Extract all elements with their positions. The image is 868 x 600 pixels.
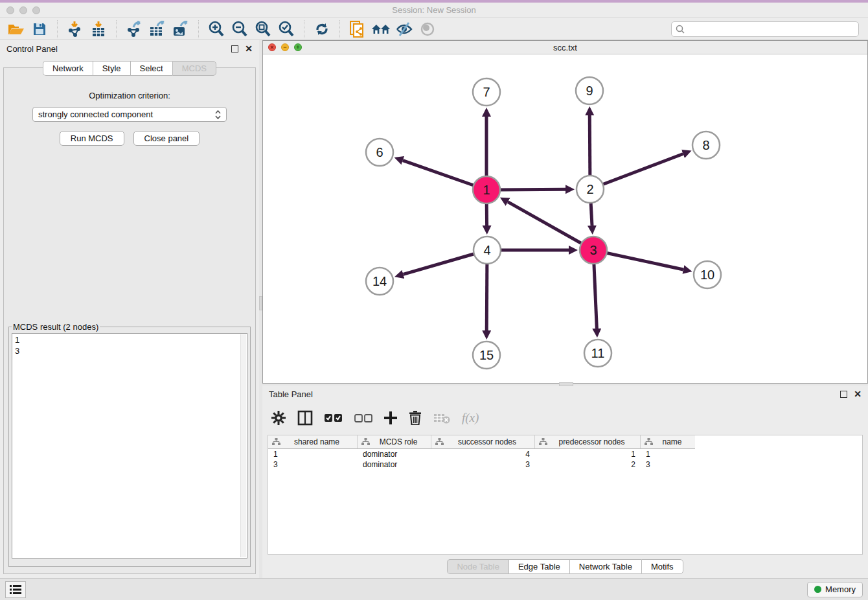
tab-style[interactable]: Style <box>93 61 130 76</box>
tab-node-table[interactable]: Node Table <box>447 559 508 574</box>
task-history-button[interactable] <box>5 581 26 598</box>
delete-column-button[interactable] <box>409 408 422 428</box>
zoom-out-icon <box>231 21 248 38</box>
clone-network-button[interactable] <box>348 20 367 38</box>
refresh-layout-button[interactable] <box>312 20 332 38</box>
tab-motifs[interactable]: Motifs <box>641 559 683 574</box>
graph-node-2[interactable]: 2 <box>577 176 604 203</box>
graph-node-3[interactable]: 3 <box>580 237 607 264</box>
table-cell[interactable]: 1 <box>641 449 695 459</box>
table-cell[interactable]: 3 <box>268 459 358 470</box>
graph-node-4[interactable]: 4 <box>474 237 501 264</box>
application-window: Session: New Session <box>0 0 868 600</box>
show-column-button[interactable] <box>297 408 313 428</box>
export-image-button[interactable] <box>171 20 190 38</box>
graph-node-14[interactable]: 14 <box>366 268 393 295</box>
zoom-selected-icon <box>278 21 295 38</box>
zoom-selected-button[interactable] <box>277 20 296 38</box>
tab-select[interactable]: Select <box>130 61 172 76</box>
column-header[interactable]: name <box>641 435 695 448</box>
table-settings-button[interactable] <box>271 408 286 428</box>
column-header[interactable]: successor nodes <box>431 435 535 448</box>
tab-mcds[interactable]: MCDS <box>172 61 216 76</box>
column-header[interactable]: shared name <box>268 435 358 448</box>
graph-edge-2-8[interactable] <box>590 154 683 189</box>
vertical-splitter[interactable] <box>259 40 262 578</box>
save-floppy-icon <box>32 22 47 36</box>
graph-node-10[interactable]: 10 <box>694 261 721 288</box>
table-cell[interactable]: dominator <box>358 459 431 470</box>
table-cell[interactable]: 1 <box>268 449 358 459</box>
table-cell[interactable]: 1 <box>535 449 641 459</box>
delete-table-button[interactable] <box>433 408 450 428</box>
zoom-out-button[interactable] <box>230 20 249 38</box>
toolbar-separator <box>198 20 199 38</box>
close-panel-icon[interactable]: ✕ <box>245 45 253 52</box>
mcds-result-text[interactable]: 1 3 <box>12 333 247 559</box>
tab-network[interactable]: Network <box>43 61 93 76</box>
trash-icon <box>409 411 422 425</box>
hide-selected-button[interactable] <box>394 20 414 38</box>
node-table[interactable]: shared nameMCDS rolesuccessor nodesprede… <box>268 435 863 555</box>
checked-boxes-icon <box>325 413 343 422</box>
select-all-button[interactable] <box>325 408 343 428</box>
table-row[interactable]: 1dominator411 <box>268 449 695 459</box>
add-column-button[interactable] <box>384 408 397 428</box>
svg-text:15: 15 <box>479 348 494 362</box>
zoom-fit-button[interactable] <box>253 20 273 38</box>
table-cell[interactable]: 2 <box>535 459 641 470</box>
toolbar-separator <box>304 20 304 38</box>
clone-network-icon <box>349 20 366 38</box>
column-header-label: predecessor nodes <box>547 437 640 446</box>
run-mcds-button[interactable]: Run MCDS <box>60 131 124 146</box>
function-builder-button[interactable]: f(x) <box>462 408 479 428</box>
graph-node-11[interactable]: 11 <box>584 340 611 367</box>
table-cell[interactable]: 3 <box>431 459 535 470</box>
horizontal-splitter[interactable] <box>262 384 868 386</box>
graph-node-15[interactable]: 15 <box>473 341 500 369</box>
splitter-grip[interactable] <box>259 296 262 310</box>
home-button[interactable] <box>371 20 391 38</box>
mcds-result-group: MCDS result (2 nodes) 1 3 <box>8 322 251 567</box>
result-scrollbar[interactable] <box>240 334 246 557</box>
graph-node-8[interactable]: 8 <box>692 132 720 159</box>
table-row[interactable]: 3dominator323 <box>268 459 695 470</box>
save-session-button[interactable] <box>30 20 49 38</box>
deselect-all-button[interactable] <box>354 408 372 428</box>
close-panel-icon[interactable]: ✕ <box>854 391 862 398</box>
right-area: × − + scc.txt 7968124314101511 <box>262 40 868 578</box>
splitter-grip[interactable] <box>559 382 573 386</box>
window-title: Session: New Session <box>0 5 868 15</box>
toolbar-separator <box>57 20 58 38</box>
import-table-button[interactable] <box>89 20 108 38</box>
table-cell[interactable]: 3 <box>641 459 695 470</box>
graph-node-7[interactable]: 7 <box>473 78 500 106</box>
optimization-criterion-select[interactable]: strongly connected component <box>32 107 227 122</box>
svg-text:9: 9 <box>586 84 593 98</box>
export-table-button[interactable] <box>148 20 167 38</box>
open-file-button[interactable] <box>6 20 26 38</box>
network-canvas[interactable]: 7968124314101511 <box>263 54 867 383</box>
float-panel-icon[interactable] <box>231 45 238 52</box>
table-cell[interactable]: dominator <box>358 449 431 459</box>
graph-node-1[interactable]: 1 <box>473 176 500 203</box>
table-toolbar: f(x) <box>271 405 859 431</box>
table-cell[interactable]: 4 <box>431 449 535 459</box>
column-header[interactable]: MCDS role <box>358 435 431 448</box>
float-panel-icon[interactable] <box>840 391 847 398</box>
search-input[interactable] <box>688 25 854 34</box>
hierarchy-icon <box>361 438 370 446</box>
tab-network-table[interactable]: Network Table <box>569 559 641 574</box>
graph-node-6[interactable]: 6 <box>366 139 393 166</box>
graph-edge-3-1[interactable] <box>508 202 593 250</box>
optimization-criterion-label: Optimization criterion: <box>4 91 255 100</box>
memory-button[interactable]: Memory <box>807 582 863 597</box>
import-network-button[interactable] <box>65 20 85 38</box>
show-all-button[interactable] <box>418 20 437 38</box>
zoom-in-button[interactable] <box>207 20 226 38</box>
export-network-button[interactable] <box>124 20 144 38</box>
graph-node-9[interactable]: 9 <box>576 77 603 104</box>
column-header[interactable]: predecessor nodes <box>535 435 641 448</box>
tab-edge-table[interactable]: Edge Table <box>508 559 569 574</box>
close-panel-button[interactable]: Close panel <box>133 131 200 146</box>
